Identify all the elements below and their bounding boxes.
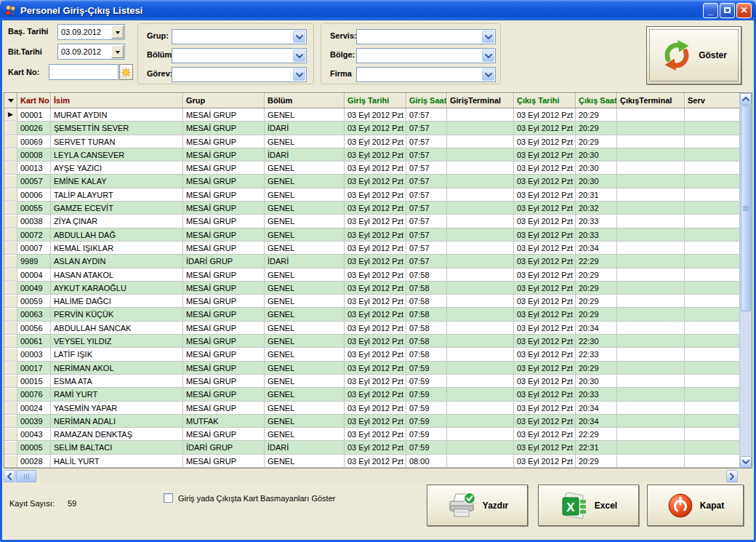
row-selector[interactable] <box>4 228 17 242</box>
table-row[interactable]: 00076RAMİ YURTMESAİ GRUPGENEL03 Eyl 2012… <box>4 388 739 401</box>
table-row[interactable]: 00026ŞEMSETTİN SEVERMESAİ GRUPİDARİ03 Ey… <box>4 121 739 135</box>
column-header-cikis_terminal[interactable]: ÇıkışTerminal <box>617 93 685 108</box>
row-selector[interactable] <box>4 295 17 308</box>
table-row[interactable]: 00069SERVET TURANMESAİ GRUPGENEL03 Eyl 2… <box>4 135 739 148</box>
column-header-giris_saati[interactable]: Giriş Saati <box>406 93 447 108</box>
filter-corner-button[interactable] <box>4 93 17 108</box>
scroll-left-button[interactable] <box>4 470 15 482</box>
row-selector[interactable] <box>4 441 17 454</box>
kart-no-lookup-button[interactable] <box>119 64 133 80</box>
column-header-kart_no[interactable]: Kart No <box>17 93 51 108</box>
row-selector[interactable] <box>4 255 17 268</box>
excel-button[interactable]: X Excel <box>538 485 639 526</box>
bolge-dropdown-button[interactable] <box>482 49 494 62</box>
table-row[interactable]: 00005SELİM BALTACIİDARİ GRUPİDARİ03 Eyl … <box>4 441 739 454</box>
gorev-combobox[interactable] <box>172 67 307 82</box>
row-selector[interactable] <box>4 268 17 282</box>
horizontal-scrollbar[interactable] <box>4 470 738 482</box>
column-header-cikis_saati[interactable]: Çıkış Saati <box>576 93 617 108</box>
row-selector[interactable] <box>4 362 17 375</box>
row-selector[interactable] <box>4 202 17 215</box>
firma-dropdown-button[interactable] <box>482 68 494 81</box>
table-row[interactable]: 00061VEYSEL YILDIZMESAİ GRUPGENEL03 Eyl … <box>4 335 739 348</box>
table-row[interactable]: 00007KEMAL IŞIKLARMESAİ GRUPGENEL03 Eyl … <box>4 242 739 255</box>
table-row[interactable]: 00055GAMZE ECEVİTMESAİ GRUPGENEL03 Eyl 2… <box>4 202 739 215</box>
table-row[interactable]: ▶00001MURAT AYDINMESAİ GRUPGENEL03 Eyl 2… <box>4 108 739 121</box>
row-selector[interactable] <box>4 162 17 175</box>
servis-combobox[interactable] <box>356 29 496 44</box>
kart-no-input[interactable] <box>49 64 118 80</box>
table-row[interactable]: 00028HALİL YURTMESAİ GRUPGENEL03 Eyl 201… <box>4 455 739 468</box>
row-selector[interactable] <box>4 375 17 388</box>
kapat-button[interactable]: Kapat <box>647 485 744 526</box>
row-selector[interactable] <box>4 215 17 228</box>
close-button[interactable]: ✕ <box>736 3 752 18</box>
table-row[interactable]: 00008LEYLA CANSEVERMESAİ GRUPİDARİ03 Eyl… <box>4 148 739 162</box>
firma-combobox[interactable] <box>356 67 496 82</box>
column-header-giris_terminal[interactable]: GirişTerminal <box>447 93 514 108</box>
grup-combobox[interactable] <box>172 29 307 44</box>
maximize-button[interactable] <box>720 3 735 18</box>
scroll-down-button[interactable] <box>740 456 752 468</box>
servis-dropdown-button[interactable] <box>482 31 494 43</box>
row-selector[interactable] <box>4 388 17 401</box>
row-selector[interactable] <box>4 335 17 348</box>
table-row[interactable]: 00072ABDULLAH DAĞMESAİ GRUPGENEL03 Eyl 2… <box>4 228 739 242</box>
row-selector[interactable] <box>4 348 17 361</box>
row-selector[interactable] <box>4 455 17 468</box>
column-header-serv[interactable]: Serv <box>685 93 740 108</box>
table-row[interactable]: 00049AYKUT KARAOĞLUMESAİ GRUPGENEL03 Eyl… <box>4 282 739 295</box>
table-row[interactable]: 00039NERİMAN ADALIMUTFAKGENEL03 Eyl 2012… <box>4 415 739 428</box>
column-header-grup[interactable]: Grup <box>183 93 265 108</box>
row-selector[interactable] <box>4 322 17 335</box>
row-selector[interactable] <box>4 188 17 202</box>
row-selector[interactable] <box>4 148 17 162</box>
column-header-isim[interactable]: İsim <box>51 93 183 108</box>
table-row[interactable]: 00015ESMA ATAMESAİ GRUPGENEL03 Eyl 2012 … <box>4 375 739 388</box>
titlebar[interactable]: Personel Giriş-Çıkış Listesi _ ✕ <box>0 0 756 20</box>
table-row[interactable]: 00059HALİME DAĞCIMESAİ GRUPGENEL03 Eyl 2… <box>4 295 739 308</box>
table-row[interactable]: 9989ASLAN AYDINİDARİ GRUPİDARİ03 Eyl 201… <box>4 255 739 268</box>
vertical-scrollbar[interactable] <box>739 93 752 468</box>
bit-tarihi-combobox[interactable]: 03.09.2012 <box>57 44 125 60</box>
table-row[interactable]: 00057EMİNE KALAYMESAİ GRUPGENEL03 Eyl 20… <box>4 175 739 188</box>
row-selector[interactable] <box>4 402 17 415</box>
vertical-scroll-thumb[interactable] <box>741 105 751 311</box>
row-selector[interactable] <box>4 428 17 441</box>
scroll-up-button[interactable] <box>740 93 752 105</box>
table-row[interactable]: 00013AYŞE YAZICIMESAİ GRUPGENEL03 Eyl 20… <box>4 162 739 175</box>
scroll-right-button[interactable] <box>726 470 738 482</box>
table-row[interactable]: 00004HASAN ATAKOLMESAİ GRUPGENEL03 Eyl 2… <box>4 268 739 282</box>
column-header-giris_tarihi[interactable]: Giriş Tarihi <box>345 93 406 108</box>
row-selector[interactable] <box>4 135 17 148</box>
row-selector[interactable] <box>4 242 17 255</box>
table-row[interactable]: 00017NERİMAN AKOLMESAİ GRUPGENEL03 Eyl 2… <box>4 362 739 375</box>
bolum-combobox[interactable] <box>172 48 307 63</box>
gorev-dropdown-button[interactable] <box>293 68 305 81</box>
column-header-cikis_tarihi[interactable]: Çıkış Tarihi <box>514 93 576 108</box>
row-selector[interactable] <box>4 282 17 295</box>
minimize-button[interactable]: _ <box>703 3 718 18</box>
bit-tarihi-dropdown-button[interactable] <box>111 45 124 58</box>
bolge-combobox[interactable] <box>356 48 496 63</box>
table-row[interactable]: 00038ZİYA ÇINARMESAİ GRUPGENEL03 Eyl 201… <box>4 215 739 228</box>
table-row[interactable]: 00043RAMAZAN DENKTAŞMESAİ GRUPGENEL03 Ey… <box>4 428 739 441</box>
bas-tarihi-combobox[interactable]: 03.09.2012 <box>57 24 125 40</box>
yazdir-button[interactable]: Yazdır <box>427 485 528 526</box>
row-selector[interactable] <box>4 415 17 428</box>
row-selector[interactable] <box>4 308 17 321</box>
table-row[interactable]: 00063PERVİN KÜÇÜKMESAİ GRUPGENEL03 Eyl 2… <box>4 308 739 321</box>
row-selector[interactable] <box>4 175 17 188</box>
column-header-bolum[interactable]: Bölüm <box>265 93 345 108</box>
horizontal-scroll-thumb[interactable] <box>16 470 36 482</box>
bolum-dropdown-button[interactable] <box>293 49 305 62</box>
row-selector[interactable] <box>4 121 17 135</box>
goster-button[interactable]: Göster <box>646 26 741 84</box>
table-row[interactable]: 00006TALİP ALAYURTMESAİ GRUPGENEL03 Eyl … <box>4 188 739 202</box>
grup-dropdown-button[interactable] <box>293 31 305 43</box>
show-missing-punches-checkbox[interactable] <box>164 493 173 503</box>
table-row[interactable]: 00024YASEMİN YAPARMESAİ GRUPGENEL03 Eyl … <box>4 402 739 415</box>
row-selector[interactable]: ▶ <box>4 108 17 121</box>
table-row[interactable]: 00056ABDULLAH SANCAKMESAİ GRUPGENEL03 Ey… <box>4 322 739 335</box>
table-row[interactable]: 00003LATİF IŞIKMESAİ GRUPGENEL03 Eyl 201… <box>4 348 739 361</box>
